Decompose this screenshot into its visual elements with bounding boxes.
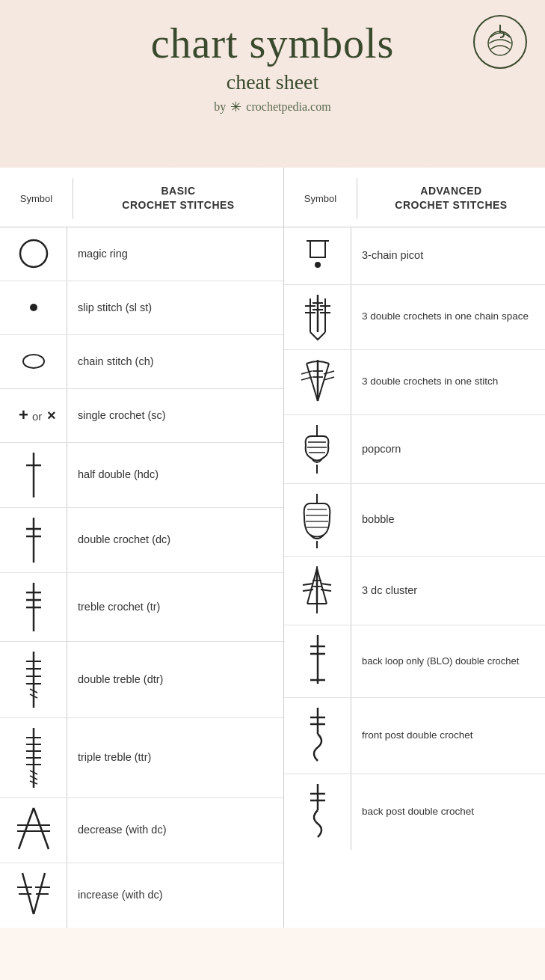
name-triple-treble: triple treble (ttr) bbox=[67, 744, 283, 771]
row-3dc-one-stitch: 3 double crochets in one stitch bbox=[284, 350, 545, 415]
svg-line-58 bbox=[318, 364, 329, 401]
attribution: by ✳ crochetpedia.com bbox=[15, 99, 530, 115]
row-increase: increase (with dc) bbox=[0, 863, 283, 928]
row-magic-ring: magic ring bbox=[0, 227, 283, 281]
row-single-crochet: + or × single crochet (sc) bbox=[0, 389, 283, 443]
svg-text:or: or bbox=[32, 410, 42, 423]
svg-point-0 bbox=[488, 31, 512, 55]
symbol-blo-dc bbox=[284, 625, 351, 697]
logo-icon bbox=[481, 21, 519, 63]
main-table: Symbol BASICCROCHET STITCHES magic ring bbox=[0, 168, 545, 928]
symbol-double-treble bbox=[0, 642, 67, 717]
symbol-bpdc bbox=[284, 774, 351, 850]
header: chart symbols cheat sheet by ✳ crochetpe… bbox=[0, 0, 545, 145]
name-fpdc: front post double crochet bbox=[351, 723, 545, 749]
row-bobble: bobble bbox=[284, 484, 545, 557]
basic-header: Symbol BASICCROCHET STITCHES bbox=[0, 168, 283, 227]
name-increase: increase (with dc) bbox=[67, 881, 283, 908]
name-magic-ring: magic ring bbox=[67, 240, 283, 267]
name-half-double: half double (hdc) bbox=[67, 461, 283, 488]
basic-stitches-section: Symbol BASICCROCHET STITCHES magic ring bbox=[0, 168, 284, 928]
svg-line-56 bbox=[307, 364, 318, 401]
row-bpdc: back post double crochet bbox=[284, 774, 545, 850]
symbol-half-double bbox=[0, 443, 67, 507]
svg-line-63 bbox=[324, 371, 334, 374]
advanced-header: Symbol ADVANCEDCROCHET STITCHES bbox=[284, 168, 545, 227]
svg-line-79 bbox=[321, 589, 331, 591]
row-chain-stitch: chain stitch (ch) bbox=[0, 335, 283, 389]
symbol-treble-crochet bbox=[0, 573, 67, 641]
symbol-popcorn bbox=[284, 415, 351, 483]
svg-line-34 bbox=[34, 808, 49, 849]
name-popcorn: popcorn bbox=[351, 435, 545, 462]
row-3chain-picot: 3-chain picot bbox=[284, 227, 545, 285]
name-3dc-one-stitch: 3 double crochets in one stitch bbox=[351, 369, 545, 395]
symbol-3dc-cluster bbox=[284, 557, 351, 625]
svg-line-33 bbox=[19, 808, 34, 849]
name-3dc-cluster: 3 dc cluster bbox=[351, 577, 545, 604]
row-decrease: decrease (with dc) bbox=[0, 798, 283, 863]
symbol-fpdc bbox=[284, 698, 351, 774]
name-blo-dc: back loop only (BLO) double crochet bbox=[351, 649, 545, 674]
name-bpdc: back post double crochet bbox=[351, 799, 545, 825]
name-single-crochet: single crochet (sc) bbox=[67, 402, 283, 429]
name-treble-crochet: treble crochet (tr) bbox=[67, 593, 283, 620]
svg-point-3 bbox=[30, 304, 37, 311]
row-popcorn: popcorn bbox=[284, 415, 545, 484]
symbol-3dc-chain-space bbox=[284, 285, 351, 349]
symbol-slip-stitch bbox=[0, 281, 67, 334]
svg-text:+: + bbox=[19, 405, 28, 424]
svg-point-46 bbox=[315, 262, 321, 268]
symbol-magic-ring bbox=[0, 227, 67, 281]
symbol-single-crochet: + or × bbox=[0, 389, 67, 442]
advanced-stitches-section: Symbol ADVANCEDCROCHET STITCHES 3-chain … bbox=[284, 168, 545, 928]
basic-title: BASICCROCHET STITCHES bbox=[79, 184, 277, 213]
symbol-increase bbox=[0, 863, 67, 928]
svg-line-74 bbox=[303, 584, 313, 585]
svg-point-2 bbox=[20, 240, 47, 267]
symbol-3dc-one-stitch bbox=[284, 350, 351, 414]
name-3chain-picot: 3-chain picot bbox=[351, 242, 545, 269]
symbol-3chain-picot bbox=[284, 227, 351, 284]
row-double-treble: double treble (dtr) bbox=[0, 642, 283, 718]
name-double-crochet: double crochet (dc) bbox=[67, 526, 283, 553]
svg-text:×: × bbox=[47, 407, 56, 423]
symbol-decrease bbox=[0, 798, 67, 863]
symbol-triple-treble bbox=[0, 718, 67, 797]
by-label: by bbox=[214, 100, 226, 114]
site-name: crochetpedia.com bbox=[246, 100, 330, 114]
name-decrease: decrease (with dc) bbox=[67, 816, 283, 843]
svg-line-78 bbox=[321, 584, 331, 585]
symbol-bobble bbox=[284, 484, 351, 556]
page: chart symbols cheat sheet by ✳ crochetpe… bbox=[0, 0, 545, 928]
svg-line-75 bbox=[303, 589, 313, 591]
name-3dc-chain-space: 3 double crochets in one chain space bbox=[351, 304, 545, 330]
symbol-double-crochet bbox=[0, 508, 67, 572]
svg-point-4 bbox=[23, 355, 44, 368]
row-triple-treble: triple treble (ttr) bbox=[0, 718, 283, 798]
row-treble-crochet: treble crochet (tr) bbox=[0, 573, 283, 642]
row-3dc-chain-space: 3 double crochets in one chain space bbox=[284, 285, 545, 350]
wavy-divider bbox=[0, 145, 545, 168]
symbol-chain-stitch bbox=[0, 335, 67, 388]
row-fpdc: front post double crochet bbox=[284, 698, 545, 774]
svg-line-60 bbox=[301, 377, 312, 380]
name-bobble: bobble bbox=[351, 506, 545, 533]
name-slip-stitch: slip stitch (sl st) bbox=[67, 294, 283, 321]
row-blo-dc: back loop only (BLO) double crochet bbox=[284, 625, 545, 698]
row-half-double: half double (hdc) bbox=[0, 443, 283, 508]
name-chain-stitch: chain stitch (ch) bbox=[67, 348, 283, 375]
name-double-treble: double treble (dtr) bbox=[67, 666, 283, 693]
advanced-title: ADVANCEDCROCHET STITCHES bbox=[363, 184, 539, 213]
page-subtitle: cheat sheet bbox=[15, 70, 530, 94]
row-3dc-cluster: 3 dc cluster bbox=[284, 557, 545, 625]
row-double-crochet: double crochet (dc) bbox=[0, 508, 283, 573]
logo bbox=[473, 15, 527, 69]
row-slip-stitch: slip stitch (sl st) bbox=[0, 281, 283, 335]
asterisk-icon: ✳ bbox=[230, 99, 241, 115]
page-title: chart symbols bbox=[15, 21, 530, 67]
basic-symbol-header: Symbol bbox=[6, 178, 73, 219]
advanced-symbol-header: Symbol bbox=[290, 178, 357, 219]
